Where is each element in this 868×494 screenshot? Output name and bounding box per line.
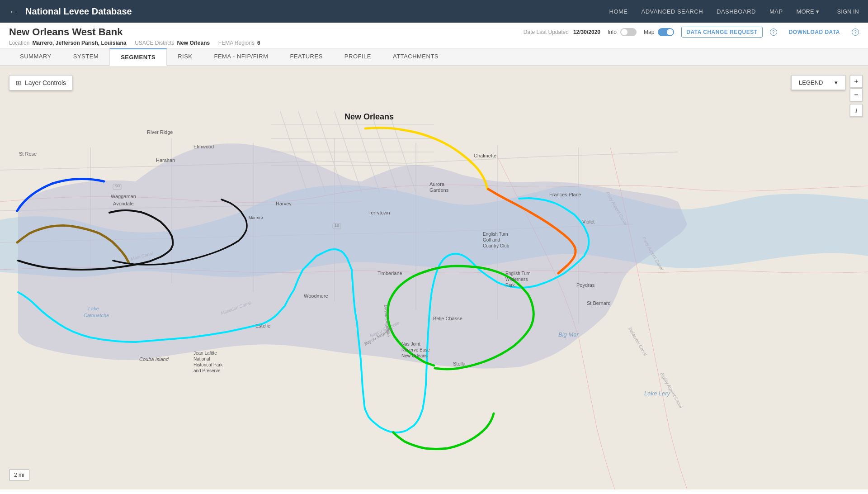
legend-label: LEGEND	[799, 79, 823, 86]
svg-text:Historical Park: Historical Park	[193, 362, 223, 367]
svg-text:Wilderness: Wilderness	[505, 277, 528, 282]
svg-text:Harvey: Harvey	[276, 201, 292, 206]
separator1	[129, 40, 132, 46]
svg-text:90: 90	[115, 184, 120, 188]
svg-text:Terrytown: Terrytown	[368, 210, 390, 215]
legend-button[interactable]: LEGEND ▾	[791, 75, 845, 90]
meta-info: Date Last Updated 12/30/2020 Info Map DA…	[524, 27, 859, 38]
nav-more[interactable]: MORE ▾	[797, 8, 819, 15]
svg-text:English Turn: English Turn	[505, 271, 531, 276]
svg-text:Country Club: Country Club	[483, 243, 509, 248]
download-help-icon[interactable]: ?	[852, 28, 859, 36]
svg-text:Poydras: Poydras	[576, 282, 595, 288]
label-new-orleans: New Orleans	[344, 112, 394, 121]
top-navigation: ← National Levee Database HOME ADVANCED …	[0, 0, 868, 23]
svg-text:and Preserve: and Preserve	[193, 368, 221, 373]
tab-bar: SUMMARY SYSTEM SEGMENTS RISK FEMA - NFIP…	[0, 48, 868, 66]
layer-controls-label: Layer Controls	[25, 79, 66, 86]
svg-text:National: National	[193, 356, 210, 361]
nav-signin[interactable]: SIGN IN	[837, 8, 859, 15]
layers-icon: ⊞	[16, 79, 21, 86]
svg-text:Elmwood: Elmwood	[193, 144, 214, 149]
nav-advanced-search[interactable]: ADVANCED SEARCH	[642, 8, 703, 15]
map-info-button[interactable]: i	[850, 104, 863, 117]
svg-text:Aurora: Aurora	[429, 181, 445, 187]
nav-links: HOME ADVANCED SEARCH DASHBOARD MAP MORE …	[609, 8, 859, 15]
download-data-button[interactable]: DOWNLOAD DATA	[784, 27, 844, 37]
app-title: National Levee Database	[25, 6, 609, 17]
svg-text:Harahan: Harahan	[156, 157, 175, 163]
info-toggle-group: Info	[608, 28, 637, 36]
tab-fema[interactable]: FEMA - NFIP/FIRM	[203, 48, 279, 66]
svg-text:Estelle: Estelle	[255, 323, 270, 328]
location-label: Location	[9, 40, 29, 46]
svg-text:St Bernard: St Bernard	[587, 300, 611, 306]
svg-text:Woodmere: Woodmere	[304, 293, 328, 299]
svg-text:St Rose: St Rose	[19, 151, 37, 157]
tab-attachments[interactable]: ATTACHMENTS	[382, 48, 449, 66]
fema-value: 6	[257, 40, 260, 46]
tab-features[interactable]: FEATURES	[279, 48, 333, 66]
legend-chevron-icon: ▾	[835, 79, 838, 86]
layer-controls-button[interactable]: ⊞ Layer Controls	[9, 75, 73, 90]
svg-text:Timberlane: Timberlane	[377, 271, 402, 276]
svg-text:Chalmette: Chalmette	[474, 153, 496, 158]
tab-profile[interactable]: PROFILE	[334, 48, 382, 66]
date-value: 12/30/2020	[573, 29, 600, 35]
svg-text:Gardens: Gardens	[429, 187, 449, 193]
svg-text:Reserve Base: Reserve Base	[401, 347, 430, 352]
svg-text:Avondale: Avondale	[113, 201, 134, 206]
svg-text:Couba Island: Couba Island	[139, 356, 169, 362]
info-toggle[interactable]	[620, 28, 637, 36]
svg-text:Lake Lery: Lake Lery	[644, 390, 671, 397]
levee-name: New Orleans West Bank	[9, 26, 123, 38]
svg-text:River Ridge: River Ridge	[147, 129, 173, 135]
usace-value: New Orleans	[177, 40, 210, 46]
info-label: Info	[608, 29, 617, 35]
data-change-request-button[interactable]: DATA CHANGE REQUEST	[681, 27, 762, 38]
nav-home[interactable]: HOME	[609, 8, 628, 15]
back-button[interactable]: ←	[9, 6, 18, 17]
nav-map[interactable]: MAP	[769, 8, 783, 15]
separator2	[212, 40, 216, 46]
svg-text:Belle Chasse: Belle Chasse	[433, 316, 462, 321]
sub-header-bottom: Location Marrero, Jefferson Parish, Loui…	[9, 40, 859, 46]
svg-text:Park: Park	[505, 283, 515, 288]
svg-text:Big Mar: Big Mar	[558, 331, 579, 338]
fema-label: FEMA Regions	[218, 40, 255, 46]
svg-text:Catouatche: Catouatche	[84, 313, 109, 318]
svg-text:Stella: Stella	[453, 361, 466, 366]
location-value: Marrero, Jefferson Parish, Louisiana	[32, 40, 126, 46]
map-toggle[interactable]	[658, 28, 674, 36]
svg-text:English Turn: English Turn	[483, 232, 508, 237]
tab-segments[interactable]: SEGMENTS	[109, 48, 167, 66]
map-svg: Main Canal Milaudon Canal Bayou Segnette…	[0, 66, 868, 489]
svg-text:Golf and: Golf and	[483, 238, 500, 242]
sub-header: New Orleans West Bank Date Last Updated …	[0, 23, 868, 48]
svg-text:18: 18	[335, 223, 339, 228]
tab-risk[interactable]: RISK	[167, 48, 203, 66]
tab-system[interactable]: SYSTEM	[62, 48, 109, 66]
svg-text:Jean Lafitte: Jean Lafitte	[193, 351, 217, 356]
zoom-out-button[interactable]: −	[850, 89, 863, 101]
svg-text:New Orleans: New Orleans	[401, 353, 428, 358]
map-toggle-group: Map	[644, 28, 674, 36]
svg-text:Violet: Violet	[582, 219, 594, 224]
tab-summary[interactable]: SUMMARY	[9, 48, 62, 66]
svg-text:Frances Place: Frances Place	[549, 192, 581, 197]
svg-text:Marrero: Marrero	[249, 215, 263, 220]
zoom-controls: + − i	[850, 75, 863, 117]
scale-bar: 2 mi	[9, 470, 29, 480]
zoom-in-button[interactable]: +	[850, 75, 863, 88]
map-label: Map	[644, 29, 654, 35]
nav-dashboard[interactable]: DASHBOARD	[717, 8, 756, 15]
svg-text:Nas Joint: Nas Joint	[401, 342, 420, 347]
map-container[interactable]: Main Canal Milaudon Canal Bayou Segnette…	[0, 66, 868, 489]
date-label: Date Last Updated	[524, 29, 569, 35]
usace-label: USACE Districts	[135, 40, 174, 46]
data-change-help-icon[interactable]: ?	[770, 28, 777, 36]
scale-label: 2 mi	[14, 472, 24, 478]
svg-text:Lake: Lake	[88, 306, 99, 311]
svg-text:Waggaman: Waggaman	[111, 194, 136, 199]
